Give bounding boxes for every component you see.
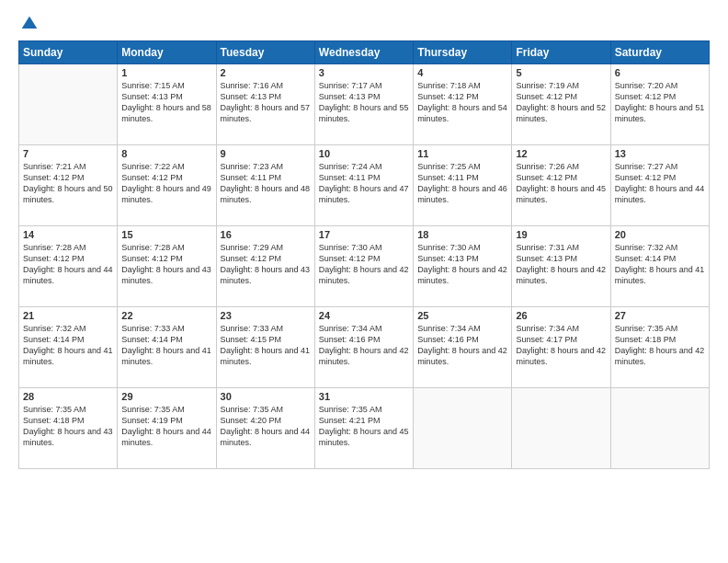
- day-of-week-header: Wednesday: [314, 41, 413, 64]
- calendar-cell: 1Sunrise: 7:15 AM Sunset: 4:13 PM Daylig…: [118, 64, 216, 145]
- calendar-cell: 22Sunrise: 7:33 AM Sunset: 4:14 PM Dayli…: [118, 307, 216, 388]
- day-info: Sunrise: 7:30 AM Sunset: 4:12 PM Dayligh…: [319, 242, 409, 287]
- calendar-cell: 13Sunrise: 7:27 AM Sunset: 4:12 PM Dayli…: [610, 145, 709, 226]
- day-number: 18: [417, 229, 507, 240]
- calendar-cell: 20Sunrise: 7:32 AM Sunset: 4:14 PM Dayli…: [610, 226, 709, 307]
- day-info: Sunrise: 7:34 AM Sunset: 4:16 PM Dayligh…: [417, 323, 507, 368]
- day-number: 11: [417, 148, 507, 159]
- calendar-week-row: 7Sunrise: 7:21 AM Sunset: 4:12 PM Daylig…: [19, 145, 710, 226]
- day-info: Sunrise: 7:15 AM Sunset: 4:13 PM Dayligh…: [121, 80, 211, 125]
- day-number: 1: [121, 67, 211, 78]
- day-info: Sunrise: 7:29 AM Sunset: 4:12 PM Dayligh…: [221, 242, 311, 287]
- day-info: Sunrise: 7:24 AM Sunset: 4:11 PM Dayligh…: [319, 161, 409, 206]
- day-info: Sunrise: 7:26 AM Sunset: 4:12 PM Dayligh…: [516, 161, 606, 206]
- calendar-cell: 28Sunrise: 7:35 AM Sunset: 4:18 PM Dayli…: [19, 388, 118, 469]
- calendar-week-row: 28Sunrise: 7:35 AM Sunset: 4:18 PM Dayli…: [19, 388, 710, 469]
- day-number: 28: [23, 391, 113, 402]
- calendar-week-row: 14Sunrise: 7:28 AM Sunset: 4:12 PM Dayli…: [19, 226, 710, 307]
- calendar-cell: 18Sunrise: 7:30 AM Sunset: 4:13 PM Dayli…: [414, 226, 512, 307]
- calendar-cell: 17Sunrise: 7:30 AM Sunset: 4:12 PM Dayli…: [314, 226, 413, 307]
- day-number: 9: [221, 148, 311, 159]
- day-number: 19: [516, 229, 606, 240]
- calendar-header-row: SundayMondayTuesdayWednesdayThursdayFrid…: [19, 41, 710, 64]
- calendar-cell: 7Sunrise: 7:21 AM Sunset: 4:12 PM Daylig…: [19, 145, 118, 226]
- calendar-cell: 24Sunrise: 7:34 AM Sunset: 4:16 PM Dayli…: [314, 307, 413, 388]
- day-number: 8: [121, 148, 211, 159]
- day-info: Sunrise: 7:19 AM Sunset: 4:12 PM Dayligh…: [516, 80, 606, 125]
- day-number: 7: [23, 148, 113, 159]
- day-number: 29: [121, 391, 211, 402]
- day-of-week-header: Friday: [512, 41, 610, 64]
- calendar-cell: 4Sunrise: 7:18 AM Sunset: 4:12 PM Daylig…: [414, 64, 512, 145]
- day-of-week-header: Saturday: [610, 41, 709, 64]
- calendar-week-row: 21Sunrise: 7:32 AM Sunset: 4:14 PM Dayli…: [19, 307, 710, 388]
- day-number: 21: [23, 310, 113, 321]
- calendar-cell: 10Sunrise: 7:24 AM Sunset: 4:11 PM Dayli…: [314, 145, 413, 226]
- calendar-cell: 30Sunrise: 7:35 AM Sunset: 4:20 PM Dayli…: [216, 388, 314, 469]
- day-number: 17: [319, 229, 409, 240]
- day-number: 31: [319, 391, 409, 402]
- calendar-cell: 27Sunrise: 7:35 AM Sunset: 4:18 PM Dayli…: [610, 307, 709, 388]
- day-number: 16: [221, 229, 311, 240]
- day-info: Sunrise: 7:35 AM Sunset: 4:20 PM Dayligh…: [221, 404, 311, 449]
- day-info: Sunrise: 7:23 AM Sunset: 4:11 PM Dayligh…: [221, 161, 311, 206]
- day-info: Sunrise: 7:35 AM Sunset: 4:19 PM Dayligh…: [121, 404, 211, 449]
- day-number: 30: [221, 391, 311, 402]
- calendar-cell: [19, 64, 118, 145]
- day-of-week-header: Sunday: [19, 41, 118, 64]
- day-info: Sunrise: 7:32 AM Sunset: 4:14 PM Dayligh…: [23, 323, 113, 368]
- day-of-week-header: Monday: [118, 41, 216, 64]
- day-number: 3: [319, 67, 409, 78]
- day-info: Sunrise: 7:18 AM Sunset: 4:12 PM Dayligh…: [417, 80, 507, 125]
- day-number: 4: [417, 67, 507, 78]
- day-number: 25: [417, 310, 507, 321]
- calendar-cell: 16Sunrise: 7:29 AM Sunset: 4:12 PM Dayli…: [216, 226, 314, 307]
- page: SundayMondayTuesdayWednesdayThursdayFrid…: [0, 0, 728, 563]
- day-info: Sunrise: 7:21 AM Sunset: 4:12 PM Dayligh…: [23, 161, 113, 206]
- day-info: Sunrise: 7:17 AM Sunset: 4:13 PM Dayligh…: [319, 80, 409, 125]
- day-number: 12: [516, 148, 606, 159]
- calendar-cell: 14Sunrise: 7:28 AM Sunset: 4:12 PM Dayli…: [19, 226, 118, 307]
- calendar-cell: [610, 388, 709, 469]
- day-number: 20: [615, 229, 705, 240]
- day-info: Sunrise: 7:34 AM Sunset: 4:17 PM Dayligh…: [516, 323, 606, 368]
- calendar-cell: 31Sunrise: 7:35 AM Sunset: 4:21 PM Dayli…: [314, 388, 413, 469]
- day-info: Sunrise: 7:32 AM Sunset: 4:14 PM Dayligh…: [615, 242, 705, 287]
- day-info: Sunrise: 7:33 AM Sunset: 4:15 PM Dayligh…: [221, 323, 311, 368]
- calendar-cell: 3Sunrise: 7:17 AM Sunset: 4:13 PM Daylig…: [314, 64, 413, 145]
- svg-marker-0: [22, 17, 38, 29]
- calendar-week-row: 1Sunrise: 7:15 AM Sunset: 4:13 PM Daylig…: [19, 64, 710, 145]
- logo: [18, 15, 39, 33]
- calendar-cell: 12Sunrise: 7:26 AM Sunset: 4:12 PM Dayli…: [512, 145, 610, 226]
- calendar-cell: 5Sunrise: 7:19 AM Sunset: 4:12 PM Daylig…: [512, 64, 610, 145]
- calendar-cell: 25Sunrise: 7:34 AM Sunset: 4:16 PM Dayli…: [414, 307, 512, 388]
- day-number: 13: [615, 148, 705, 159]
- day-info: Sunrise: 7:16 AM Sunset: 4:13 PM Dayligh…: [221, 80, 311, 125]
- calendar-cell: [512, 388, 610, 469]
- header: [18, 15, 710, 33]
- day-of-week-header: Thursday: [414, 41, 512, 64]
- day-number: 23: [221, 310, 311, 321]
- day-info: Sunrise: 7:20 AM Sunset: 4:12 PM Dayligh…: [615, 80, 705, 125]
- day-info: Sunrise: 7:28 AM Sunset: 4:12 PM Dayligh…: [23, 242, 113, 287]
- day-info: Sunrise: 7:35 AM Sunset: 4:18 PM Dayligh…: [23, 404, 113, 449]
- calendar-cell: 19Sunrise: 7:31 AM Sunset: 4:13 PM Dayli…: [512, 226, 610, 307]
- day-number: 6: [615, 67, 705, 78]
- day-info: Sunrise: 7:31 AM Sunset: 4:13 PM Dayligh…: [516, 242, 606, 287]
- calendar-cell: [414, 388, 512, 469]
- day-info: Sunrise: 7:27 AM Sunset: 4:12 PM Dayligh…: [615, 161, 705, 206]
- calendar-cell: 21Sunrise: 7:32 AM Sunset: 4:14 PM Dayli…: [19, 307, 118, 388]
- day-info: Sunrise: 7:22 AM Sunset: 4:12 PM Dayligh…: [121, 161, 211, 206]
- calendar-cell: 6Sunrise: 7:20 AM Sunset: 4:12 PM Daylig…: [610, 64, 709, 145]
- day-number: 14: [23, 229, 113, 240]
- day-number: 24: [319, 310, 409, 321]
- logo-icon: [20, 15, 39, 33]
- calendar-cell: 9Sunrise: 7:23 AM Sunset: 4:11 PM Daylig…: [216, 145, 314, 226]
- day-of-week-header: Tuesday: [216, 41, 314, 64]
- day-number: 26: [516, 310, 606, 321]
- calendar-cell: 26Sunrise: 7:34 AM Sunset: 4:17 PM Dayli…: [512, 307, 610, 388]
- day-number: 10: [319, 148, 409, 159]
- calendar-cell: 29Sunrise: 7:35 AM Sunset: 4:19 PM Dayli…: [118, 388, 216, 469]
- calendar-cell: 23Sunrise: 7:33 AM Sunset: 4:15 PM Dayli…: [216, 307, 314, 388]
- day-info: Sunrise: 7:30 AM Sunset: 4:13 PM Dayligh…: [417, 242, 507, 287]
